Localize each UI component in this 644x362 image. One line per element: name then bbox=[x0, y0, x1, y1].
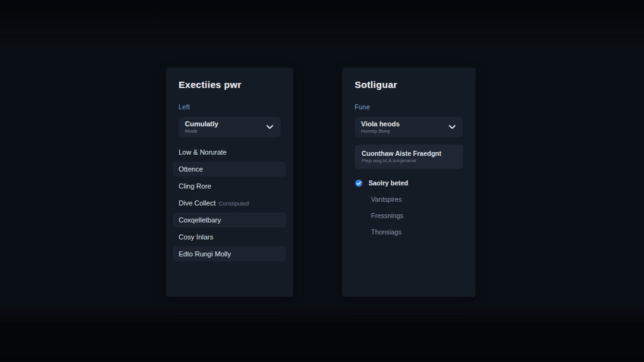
list-item-suffix: Constiputed bbox=[219, 200, 249, 207]
left-dropdown[interactable]: Cumulatly Mode bbox=[179, 117, 280, 137]
bottom-letterbox-band bbox=[0, 307, 644, 362]
chevron-down-icon bbox=[265, 123, 274, 131]
left-settings-panel: Exectiies pwr Left Cumulatly Mode Low & … bbox=[166, 68, 293, 297]
list-item[interactable]: Dive Collect Constiputed bbox=[173, 195, 286, 211]
right-dropdown-sublabel: Homep Bony bbox=[361, 128, 400, 134]
list-item[interactable]: Coxqelletbary bbox=[173, 212, 286, 228]
list-item-label: Dive Collect bbox=[179, 199, 216, 207]
left-dropdown-value: Cumulatly bbox=[185, 120, 218, 128]
check-circle-icon bbox=[355, 179, 363, 187]
option-label: Saolry beted bbox=[369, 179, 408, 187]
info-card-title: Cuonthaw Aiste Fraedgnt bbox=[362, 149, 456, 158]
left-section-label: Left bbox=[179, 104, 280, 111]
right-dropdown[interactable]: Viola heods Homep Bony bbox=[355, 117, 463, 137]
option-item[interactable]: Thonsiags bbox=[357, 228, 463, 236]
list-item[interactable]: Low & Norurate bbox=[173, 145, 286, 160]
left-dropdown-sublabel: Mode bbox=[185, 128, 218, 134]
list-item-label: Cosy Inlars bbox=[179, 233, 213, 241]
option-label: Vantspires bbox=[371, 195, 402, 203]
left-panel-title: Exectiies pwr bbox=[179, 79, 280, 90]
list-item-label: Coxqelletbary bbox=[179, 216, 221, 224]
list-item[interactable]: Cling Rore bbox=[173, 178, 286, 194]
list-item-label: Low & Norurate bbox=[179, 148, 226, 156]
option-label: Thonsiags bbox=[371, 228, 401, 236]
option-item[interactable]: Vantspires bbox=[357, 195, 463, 204]
list-item[interactable]: Cosy Inlars bbox=[173, 229, 286, 244]
list-item[interactable]: Ottence bbox=[173, 162, 286, 177]
right-dropdown-value: Viola heods bbox=[361, 120, 400, 128]
option-item[interactable]: Fressnings bbox=[357, 212, 463, 220]
option-item[interactable]: Saolry beted bbox=[355, 179, 463, 187]
list-item[interactable]: Edto Rungi Molly bbox=[173, 246, 286, 261]
list-item-label: Cling Rore bbox=[179, 182, 211, 190]
right-settings-panel: Sotliguar Fune Viola heods Homep Bony Cu… bbox=[342, 68, 475, 297]
info-card-subtitle: Piep aug bl.A sonjenerar bbox=[362, 158, 456, 165]
right-section-label: Fune bbox=[355, 104, 463, 111]
list-item-label: Ottence bbox=[179, 165, 203, 173]
right-panel-title: Sotliguar bbox=[355, 79, 463, 90]
top-letterbox-band bbox=[0, 0, 644, 54]
chevron-down-icon bbox=[448, 123, 457, 131]
option-label: Fressnings bbox=[371, 212, 403, 219]
info-card[interactable]: Cuonthaw Aiste Fraedgnt Piep aug bl.A so… bbox=[355, 145, 463, 169]
list-item-label: Edto Rungi Molly bbox=[179, 250, 231, 258]
